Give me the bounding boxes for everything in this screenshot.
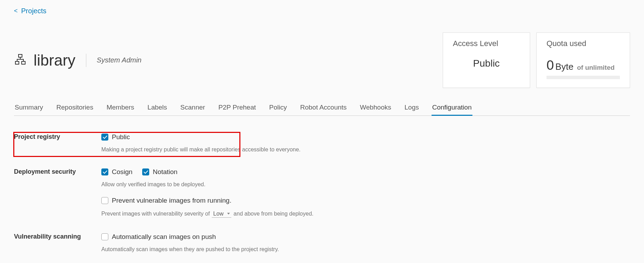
quota-card: Quota used 0Byte of unlimited (536, 32, 630, 88)
project-icon (14, 53, 27, 67)
title-divider (86, 54, 86, 67)
public-checkbox[interactable] (101, 134, 108, 141)
svg-rect-1 (15, 61, 19, 64)
svg-rect-2 (22, 61, 25, 64)
tab-members[interactable]: Members (106, 104, 135, 115)
project-role: System Admin (97, 56, 142, 64)
breadcrumb-projects-link[interactable]: Projects (21, 7, 46, 15)
tab-configuration[interactable]: Configuration (432, 104, 472, 116)
cosign-checkbox[interactable] (101, 168, 108, 175)
tab-scanner[interactable]: Scanner (180, 104, 206, 115)
quota-of-text: of unlimited (577, 64, 615, 72)
access-level-value: Public (453, 58, 520, 69)
tab-webhooks[interactable]: Webhooks (359, 104, 392, 115)
cosign-label: Cosign (112, 168, 132, 176)
quota-unit: Byte (555, 61, 573, 72)
access-level-card: Access Level Public (443, 32, 530, 88)
prevent-vulnerable-checkbox[interactable] (101, 197, 108, 204)
tab-summary[interactable]: Summary (14, 104, 44, 115)
section-project-registry-label: Project registry (14, 133, 101, 141)
deployment-help-text: Allow only verified images to be deploye… (101, 181, 630, 188)
tab-robot-accounts[interactable]: Robot Accounts (299, 104, 347, 115)
tab-p2p-preheat[interactable]: P2P Preheat (218, 104, 256, 115)
severity-post-text: and above from being deployed. (233, 211, 313, 217)
quota-title: Quota used (547, 39, 620, 48)
tabs: SummaryRepositoriesMembersLabelsScannerP… (14, 104, 630, 116)
severity-select[interactable]: Low (212, 210, 231, 218)
project-name: library (34, 52, 75, 69)
notation-checkbox[interactable] (142, 168, 149, 175)
svg-rect-0 (19, 54, 22, 57)
tab-policy[interactable]: Policy (268, 104, 288, 115)
public-help-text: Making a project registry public will ma… (101, 146, 630, 153)
auto-scan-checkbox[interactable] (101, 233, 108, 240)
tab-logs[interactable]: Logs (404, 104, 420, 115)
prevent-vulnerable-label: Prevent vulnerable images from running. (112, 197, 231, 204)
severity-pre-text: Prevent images with vulnerability severi… (101, 211, 210, 217)
access-level-title: Access Level (453, 39, 520, 48)
quota-number: 0 (547, 58, 554, 73)
quota-progress-bar (547, 76, 620, 79)
public-checkbox-label: Public (112, 133, 130, 141)
tab-labels[interactable]: Labels (147, 104, 168, 115)
tab-repositories[interactable]: Repositories (56, 104, 94, 115)
notation-label: Notation (153, 168, 178, 176)
auto-scan-label: Automatically scan images on push (112, 233, 216, 241)
auto-scan-help-text: Automatically scan images when they are … (101, 246, 630, 253)
section-vulnerability-scanning-label: Vulnerability scanning (14, 233, 101, 240)
section-deployment-security-label: Deployment security (14, 168, 101, 175)
back-arrow-icon[interactable]: < (14, 7, 18, 15)
breadcrumb: < Projects (14, 7, 630, 15)
